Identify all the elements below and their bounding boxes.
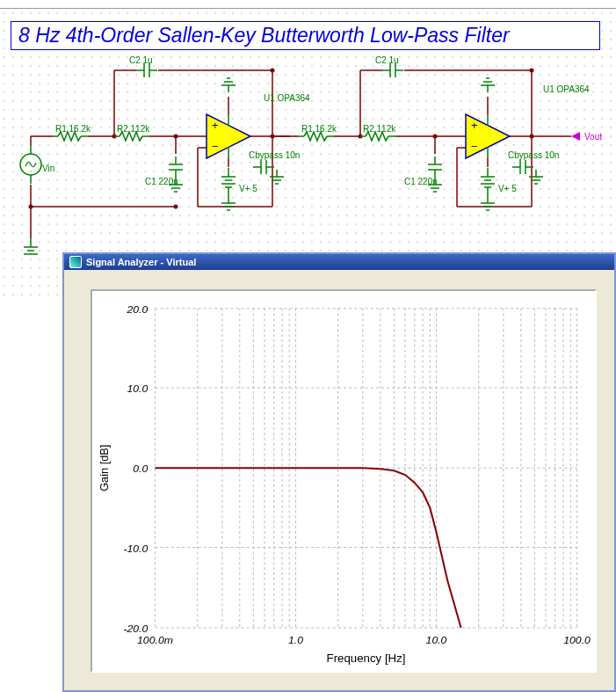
ytick: -20.0 (123, 623, 148, 635)
u1b-opamp[interactable] (466, 114, 510, 158)
analyzer-window[interactable]: Signal Analyzer - Virtual (62, 252, 616, 692)
svg-point-70 (174, 205, 178, 209)
ylabel: Gain [dB] (98, 445, 111, 492)
cbypassb-label: Cbypass 10n (508, 150, 559, 160)
svg-point-67 (530, 135, 534, 139)
ytick: -10.0 (123, 543, 148, 555)
schematic-canvas[interactable]: + − (0, 53, 616, 255)
c2-label: C2 1u (129, 55, 153, 65)
u1-label: U1 OPA364 (264, 93, 310, 103)
xlabel: Frequency [Hz] (327, 652, 406, 665)
vin-source[interactable] (20, 145, 41, 184)
svg-point-63 (271, 135, 275, 139)
ytick: 20.0 (126, 303, 148, 316)
analyzer-icon (69, 256, 82, 268)
schematic-title: 8 Hz 4th-Order Sallen-Key Butterworth Lo… (11, 21, 600, 50)
cbypass-label: Cbypass 10n (249, 150, 300, 160)
vplusb-label: V+ 5 (498, 184, 517, 193)
ground-icon (221, 78, 236, 92)
r2b-label: R2 112k (363, 124, 396, 134)
svg-point-66 (433, 135, 438, 139)
svg-point-64 (271, 69, 275, 73)
vplusb-supply[interactable] (481, 168, 495, 196)
ytick: 0.0 (133, 463, 148, 475)
xtick: 100.0m (137, 634, 173, 646)
r1-label: R1 16.2k (55, 124, 91, 134)
gain-plot: 20.0 10.0 0.0 -10.0 -20.0 100.0m 1.0 10.… (92, 291, 595, 671)
ytick: 10.0 (127, 382, 148, 395)
c2-capacitor[interactable] (136, 63, 157, 77)
ground-icon (221, 196, 236, 210)
xtick: 1.0 (288, 634, 303, 646)
vin-label: Vin (42, 164, 54, 173)
c2b-capacitor[interactable] (382, 63, 403, 77)
c1-label: C1 220n (145, 177, 178, 186)
vout-probe[interactable] (571, 132, 580, 141)
cbypass-capacitor[interactable] (253, 160, 274, 174)
u1b-label: U1 OPA364 (543, 84, 590, 94)
r2-label: R2 112k (117, 124, 150, 134)
svg-point-62 (174, 135, 178, 139)
svg-point-68 (530, 69, 534, 73)
r1b-label: R1 16.2k (301, 124, 337, 134)
analyzer-title: Signal Analyzer - Virtual (86, 257, 196, 267)
c1b-capacitor[interactable] (428, 157, 442, 178)
xtick: 100.0 (563, 634, 591, 646)
vout-label: Vout (584, 132, 602, 142)
vplus-supply[interactable] (221, 168, 236, 196)
ground-icon (481, 78, 495, 92)
vplus-label: V+ 5 (239, 184, 257, 193)
cbypassb-capacitor[interactable] (512, 160, 533, 174)
c2b-label: C2 1u (375, 55, 399, 65)
c1-capacitor[interactable] (169, 157, 183, 178)
xtick: 10.0 (426, 634, 447, 646)
analyzer-titlebar[interactable]: Signal Analyzer - Virtual (64, 254, 614, 270)
ground-icon (481, 196, 495, 210)
toolbar[interactable] (0, 0, 616, 9)
u1-opamp[interactable] (207, 114, 250, 158)
offset-supply[interactable] (24, 238, 38, 255)
plot-area[interactable]: 20.0 10.0 0.0 -10.0 -20.0 100.0m 1.0 10.… (91, 289, 597, 673)
c1b-label: C1 220n (404, 177, 438, 186)
